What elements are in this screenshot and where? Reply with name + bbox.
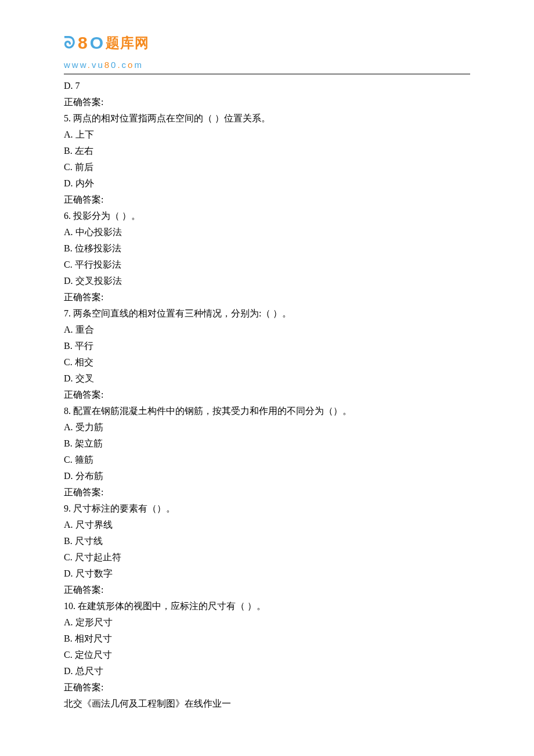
q10-option-b: B. 相对尺寸	[64, 631, 470, 647]
prev-answer-label: 正确答案:	[64, 94, 470, 110]
q5-option-a: A. 上下	[64, 127, 470, 143]
q10-option-c: C. 定位尺寸	[64, 647, 470, 663]
q8-option-d: D. 分布筋	[64, 468, 470, 484]
header-divider	[64, 74, 470, 74]
q6-option-b: B. 位移投影法	[64, 240, 470, 257]
logo-cn-text: 题库网	[106, 31, 149, 55]
q7-option-b: B. 平行	[64, 338, 470, 354]
q9-option-d: D. 尺寸数字	[64, 566, 470, 582]
q8-stem: 8. 配置在钢筋混凝土构件中的钢筋，按其受力和作用的不同分为（）。	[64, 403, 470, 419]
bunny-icon: ᘐ	[64, 28, 75, 57]
logo-url: www.vu80.com	[64, 57, 470, 73]
q10-option-d: D. 总尺寸	[64, 663, 470, 679]
q5-option-d: D. 内外	[64, 175, 470, 192]
q10-option-a: A. 定形尺寸	[64, 614, 470, 631]
q7-option-d: D. 交叉	[64, 370, 470, 387]
q8-option-b: B. 架立筋	[64, 435, 470, 452]
site-logo: ᘐ 8 O 题库网 www.vu80.com	[64, 28, 470, 73]
logo-graphic-row: ᘐ 8 O 题库网	[64, 28, 470, 59]
footer-title: 北交《画法几何及工程制图》在线作业一	[64, 696, 470, 712]
q10-stem: 10. 在建筑形体的视图中，应标注的尺寸有（ ）。	[64, 598, 470, 614]
q6-option-c: C. 平行投影法	[64, 257, 470, 273]
q5-option-b: B. 左右	[64, 143, 470, 159]
logo-digit-0: O	[90, 28, 103, 59]
q7-option-a: A. 重合	[64, 322, 470, 338]
document-body: D. 7 正确答案: 5. 两点的相对位置指两点在空间的（ ）位置关系。 A. …	[64, 78, 470, 712]
q9-option-c: C. 尺寸起止符	[64, 549, 470, 566]
q9-answer-label: 正确答案:	[64, 582, 470, 598]
q8-option-a: A. 受力筋	[64, 419, 470, 435]
q9-option-b: B. 尺寸线	[64, 533, 470, 549]
q7-option-c: C. 相交	[64, 354, 470, 370]
q10-answer-label: 正确答案:	[64, 679, 470, 696]
q6-answer-label: 正确答案:	[64, 289, 470, 305]
prev-option-d: D. 7	[64, 78, 470, 94]
q9-option-a: A. 尺寸界线	[64, 517, 470, 533]
q7-stem: 7. 两条空间直线的相对位置有三种情况，分别为:（ ）。	[64, 305, 470, 322]
q9-stem: 9. 尺寸标注的要素有（）。	[64, 501, 470, 517]
q8-option-c: C. 箍筋	[64, 452, 470, 468]
q7-answer-label: 正确答案:	[64, 387, 470, 403]
q5-option-c: C. 前后	[64, 159, 470, 175]
q6-stem: 6. 投影分为（ ）。	[64, 208, 470, 224]
q5-stem: 5. 两点的相对位置指两点在空间的（ ）位置关系。	[64, 110, 470, 127]
q5-answer-label: 正确答案:	[64, 192, 470, 208]
q6-option-a: A. 中心投影法	[64, 224, 470, 240]
logo-digit-8: 8	[78, 28, 88, 59]
q8-answer-label: 正确答案:	[64, 484, 470, 501]
q6-option-d: D. 交叉投影法	[64, 273, 470, 289]
